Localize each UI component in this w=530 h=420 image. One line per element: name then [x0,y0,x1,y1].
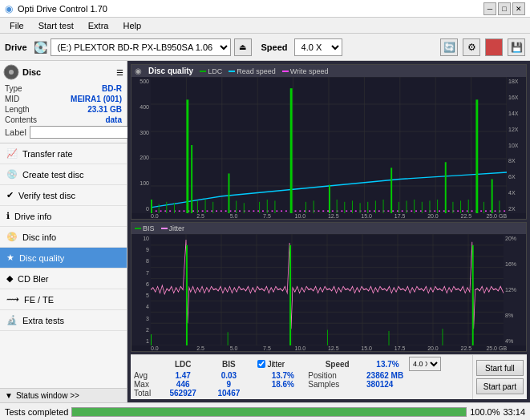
svg-rect-24 [390,168,392,213]
chart2-x-175: 17.5 [383,345,416,351]
chart1-yr-18x: 18X [508,79,524,84]
status-bar: Tests completed 100.0% 33:14 [0,402,530,420]
chart2-y-3: 3 [133,316,149,321]
jitter-checkbox[interactable] [257,360,265,368]
extra-tests-icon: 🔬 [6,315,18,325]
chart2-yr-16pct: 16% [505,261,524,267]
chart2-yr-8pct: 8% [505,313,524,318]
chart2-x-150: 15.0 [350,345,382,351]
transfer-rate-label: Transfer rate [22,149,73,159]
disc-section-title: Disc [22,67,41,77]
cd-bler-icon: ◆ [6,273,13,284]
sidebar-item-disc-quality[interactable]: ★ Disc quality [0,248,127,269]
chart2-svg [151,234,504,345]
chart2-yr-20pct: 20% [505,236,524,241]
svg-rect-80 [186,245,188,345]
svg-rect-47 [383,200,384,213]
svg-rect-21 [229,173,230,213]
chart1-yr-16x: 16X [508,95,524,100]
sidebar-item-transfer-rate[interactable]: 📈 Transfer rate [0,143,127,164]
length-label: Length [5,105,30,114]
drive-info-label: Drive info [14,212,51,221]
chart1-legend-ldc: LDC [208,67,222,75]
chart1-icon: ◉ [135,67,142,75]
label-label: Label [5,127,26,137]
chart1-yr-6x: 6X [508,174,524,180]
svg-rect-84 [327,330,328,345]
chart1-x-100: 10.0 [284,213,317,219]
extra-tests-label: Extra tests [22,316,64,325]
color-button[interactable] [485,38,503,56]
svg-rect-58 [499,200,500,213]
stats-avg-ldc: 1.47 [158,371,208,380]
settings-button[interactable]: ⚙ [463,38,480,56]
chart2-x-75: 7.5 [250,345,283,351]
chart1-yr-12x: 12X [508,127,524,132]
status-window-button[interactable]: ▼ Status window >> [0,388,127,402]
chart1-y-100: 100 [133,180,149,186]
close-button[interactable]: ✕ [512,2,525,15]
speed-select[interactable]: 4.0 X [294,38,342,56]
maximize-button[interactable]: □ [498,2,511,15]
stats-header-bis: BIS [208,357,249,371]
menu-start-test[interactable]: Start test [32,19,80,32]
svg-rect-54 [452,202,453,213]
speed-display-select[interactable]: 4.0 X [409,357,441,371]
svg-rect-38 [274,200,275,213]
stats-position-value: 23862 MB [366,371,469,380]
sidebar-item-create-test-disc[interactable]: 💿 Create test disc [0,164,127,185]
stats-total-bis: 10467 [208,389,249,398]
chart2-x-225: 22.5 [450,345,483,351]
chart1-yr-8x: 8X [508,158,524,164]
minimize-button[interactable]: ─ [483,2,496,15]
stats-total-ldc: 562927 [158,389,208,398]
svg-rect-34 [236,200,237,213]
sidebar-item-cd-bler[interactable]: ◆ CD Bler [0,269,127,289]
sidebar-item-drive-info[interactable]: ℹ Drive info [0,206,127,227]
menu-help[interactable]: Help [116,19,148,32]
stats-total-label: Total [134,389,158,398]
svg-rect-33 [212,202,213,213]
eject-button[interactable]: ⏏ [234,38,252,56]
chart1-yr-10x: 10X [508,143,524,148]
progress-bar-container [71,407,467,417]
start-part-button[interactable]: Start part [476,378,524,394]
menu-file[interactable]: File [3,19,30,32]
menu-extra[interactable]: Extra [82,19,115,32]
chart2-yr-4pct: 4% [505,338,524,344]
sidebar-item-disc-info[interactable]: 📀 Disc info [0,227,127,248]
chart1-yr-2x: 2X [508,206,524,212]
create-test-disc-label: Create test disc [22,170,83,180]
chart1-x-125: 12.5 [317,213,350,219]
chart1-y-200: 200 [133,155,149,160]
chart2-y-8: 8 [133,258,149,264]
sidebar-item-fe-te[interactable]: ⟿ FE / TE [0,289,127,310]
drive-select[interactable]: (E:) PLEXTOR BD-R PX-LB950SA 1.06 [51,38,231,56]
sidebar-item-extra-tests[interactable]: 🔬 Extra tests [0,310,127,331]
stats-header-ldc: LDC [158,357,208,371]
stats-max-label: Max [134,380,158,389]
disc-menu-icon[interactable]: ☰ [116,68,123,77]
chart1-x-25: 2.5 [184,213,216,219]
disc-info-label: Disc info [22,232,56,242]
chart2-x-100: 10.0 [284,345,317,351]
svg-rect-48 [399,202,399,213]
stats-jitter-checkbox-cell[interactable]: Jitter [257,357,308,371]
svg-rect-41 [337,200,338,213]
refresh-button[interactable]: 🔄 [440,38,458,56]
chart2-x-0: 0.0 [151,345,184,351]
disc-quality-chart: ◉ Disc quality LDC Read speed Write spee… [131,64,527,220]
stats-header-speed: Speed [308,357,366,371]
chart1-y-0: 0 [133,206,149,212]
save-button[interactable]: 💾 [508,38,525,56]
label-input[interactable] [30,126,136,139]
svg-rect-81 [289,245,291,345]
chart1-x-200: 20.0 [416,213,449,219]
svg-rect-49 [407,200,407,213]
chart1-y-300: 300 [133,130,149,135]
sidebar-item-verify-test-disc[interactable]: ✔ Verify test disc [0,185,127,206]
start-full-button[interactable]: Start full [476,360,524,376]
app-icon: ◉ [5,3,13,14]
svg-rect-32 [205,200,206,213]
svg-rect-18 [151,200,152,213]
